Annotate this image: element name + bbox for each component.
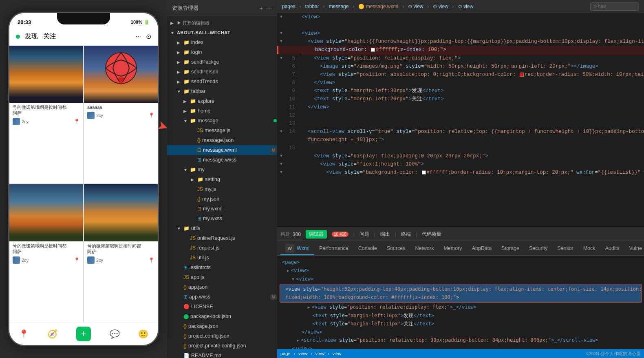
tabbar-chat[interactable]: 💬 (110, 329, 120, 339)
folder-icon: 📁 (183, 69, 190, 75)
devtools-line-view1: ▶<view> (277, 266, 644, 275)
tree-project-private[interactable]: {} project.private.config.json (167, 341, 277, 351)
folder-icon: 📁 (190, 108, 196, 114)
editor-area[interactable]: ▼ <view> ▼ <view> ▼ <view style="height:… (277, 13, 644, 228)
json-icon: {} (197, 196, 201, 202)
tree-sendperson[interactable]: ▶ 📁 sendPerson (167, 67, 277, 77)
code-line-2 (277, 21, 644, 29)
tab-network[interactable]: Network (410, 242, 439, 255)
tree-request[interactable]: JS request.js (167, 243, 277, 253)
tab-performance[interactable]: Performance (314, 242, 353, 255)
tree-sendtrends[interactable]: ▶ 📁 sendTrends (167, 77, 277, 86)
tabbar-emoji[interactable]: 🙂 (138, 329, 148, 339)
phone-card-1[interactable]: 号的微诺第哦啊是按时间都阿萨 2cy 📍 (9, 46, 83, 183)
tree-eslint[interactable]: ⊞ .eslintrcts (167, 263, 277, 272)
tab-console-label: Console (358, 245, 377, 251)
open-editors-item[interactable]: ▶ ▶ 打开的编辑器 (167, 18, 277, 28)
tree-index[interactable]: ▶ 📁 index (167, 38, 277, 47)
tree-login[interactable]: ▶ 📁 login (167, 47, 277, 57)
tab-audits[interactable]: Audits (600, 242, 624, 255)
tree-label-setting: setting (205, 177, 277, 182)
basketball-svg (103, 50, 139, 86)
editor-panel: pages › tabbar › message › 🟡 message.wxm… (277, 0, 644, 358)
user-avatar-4 (87, 256, 95, 264)
folder-icon: 📁 (190, 167, 196, 172)
tree-home[interactable]: ▶ 📁 home (167, 106, 277, 116)
tree-message-json[interactable]: {} message.json (167, 135, 277, 145)
tab-wxml[interactable]: W Wxml (280, 242, 314, 255)
build-num: 300 (293, 232, 301, 237)
tree-util[interactable]: JS util.js (167, 253, 277, 263)
tabbar-location[interactable]: 📍 (19, 329, 29, 339)
tree-license[interactable]: 🔴 LICENSE (167, 302, 277, 312)
tree-my-js[interactable]: JS my.js (167, 184, 277, 194)
new-file-icon[interactable]: + (260, 5, 263, 11)
tree-package-lock[interactable]: ⬤ package-lock.json (167, 312, 277, 321)
tree-message-js[interactable]: JS message.js (167, 126, 277, 135)
bottom-bc-view2: view (315, 351, 324, 356)
tree-my-wxml[interactable]: ⊡ my.wxml (167, 204, 277, 214)
tab-vulne[interactable]: Vulne (624, 242, 644, 255)
quality-label: 代码质量 (422, 231, 441, 238)
line-num-9: 8 (285, 79, 300, 87)
project-name: ABOUT-BALL-WECHAT (177, 30, 277, 35)
tab-security[interactable]: Security (524, 242, 552, 255)
breadcrumb-view2: ⊙ view (433, 4, 448, 9)
tree-project-config[interactable]: {} project.config.json (167, 331, 277, 341)
tree-app-js[interactable]: JS app.js (167, 272, 277, 282)
devtools-hl-line2: fixed;width: 100%;background-color: #fff… (282, 293, 639, 301)
line-num-14: 13 (285, 119, 300, 128)
scan-icon[interactable]: ⊙ (146, 33, 151, 40)
tabbar-compass[interactable]: 🧭 (47, 329, 57, 339)
tree-my-json[interactable]: {} my.json (167, 194, 277, 204)
devtools-content: <page> ▶<view> ▼<view> <view style="heig… (277, 256, 644, 349)
phone-card-3[interactable]: 号的微诺第哦啊是按时间都阿萨 2cy 📍 (9, 184, 83, 322)
tab-sensor[interactable]: Sensor (552, 242, 578, 255)
more-icon[interactable]: ··· (136, 33, 141, 40)
tab-storage-label: Storage (501, 245, 519, 251)
code-line-10: 9 <text style="margin-left:30rpx">发现</te… (277, 87, 644, 95)
folder-icon: 📁 (190, 98, 196, 104)
tree-app-wxss[interactable]: ⊞ app.wxss M (167, 292, 277, 302)
tab-memory[interactable]: Memory (439, 242, 467, 255)
code-line-13: 12 (277, 111, 644, 119)
tabbar-add[interactable]: + (76, 327, 91, 341)
tab-sources[interactable]: Sources (382, 242, 410, 255)
tree-package[interactable]: {} package.json (167, 321, 277, 331)
devtools-line-view2[interactable]: ▼<view> (277, 275, 644, 283)
tree-message-folder[interactable]: ▼ 📁 message (167, 116, 277, 126)
tree-readme[interactable]: 📄 README.md (167, 351, 277, 358)
tab-mock[interactable]: Mock (578, 242, 600, 255)
phone-card-2[interactable]: aaaaaa 2cy 📍 (84, 46, 158, 183)
code-line-8: 7 <view style="position: absolute;top: 0… (277, 71, 644, 79)
new-folder-icon[interactable]: ⋯ (266, 5, 272, 11)
tree-sendpackge[interactable]: ▶ 📁 sendPackge (167, 57, 277, 67)
line-num-17: 15 (285, 144, 300, 152)
folder-icon: 📁 (183, 225, 190, 231)
tree-my-folder[interactable]: ▼ 📁 my (167, 165, 277, 175)
tree-message-wxss[interactable]: ⊞ message.wxss (167, 155, 277, 165)
tree-onlinerequest[interactable]: JS onlineRequest.js (167, 233, 277, 243)
tree-explore[interactable]: ▶ 📁 explore (167, 96, 277, 106)
folder-icon: 📁 (183, 79, 190, 84)
tab-storage[interactable]: Storage (496, 242, 524, 255)
tree-app-json[interactable]: {} app.json (167, 282, 277, 292)
project-root-item[interactable]: ▼ ABOUT-BALL-WECHAT (167, 28, 277, 38)
tree-message-wxml[interactable]: ⊡ message.wxml M (167, 145, 277, 155)
message-badge (273, 119, 277, 122)
blur-input[interactable] (590, 2, 639, 11)
tree-tabbar[interactable]: ▼ 📁 tabbar (167, 86, 277, 96)
debug-button[interactable]: 调试器 (306, 230, 327, 239)
tree-label-request: request.js (197, 245, 277, 251)
tree-label-explore: explore (198, 98, 277, 104)
line-num-4 (285, 38, 300, 46)
tree-label-msg-wxml: message.wxml (203, 147, 269, 153)
tree-setting[interactable]: ▶ 📁 setting (167, 175, 277, 184)
header-icons: ··· ⊙ (136, 33, 151, 40)
tab-appdata[interactable]: AppData (467, 242, 497, 255)
tab-console[interactable]: Console (353, 242, 382, 255)
phone-card-4[interactable]: 号的微诺第哦啊是按时间都阿萨 2cy 📍 (84, 184, 158, 322)
tree-label-index: index (191, 40, 277, 45)
tree-my-wxss[interactable]: ⊞ my.wxss (167, 214, 277, 223)
tree-utils[interactable]: ▼ 📁 utils (167, 223, 277, 233)
